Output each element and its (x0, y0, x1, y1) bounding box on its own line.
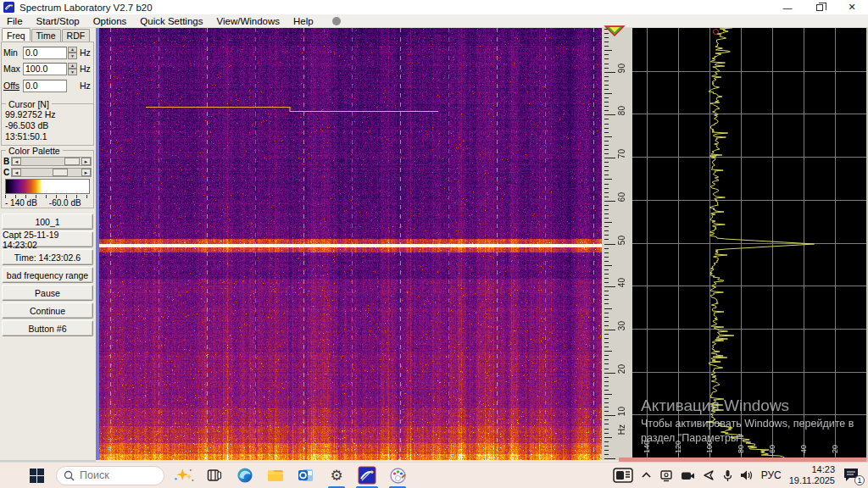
min-freq-input[interactable] (23, 47, 67, 59)
max-spinner[interactable]: ▲▼ (68, 63, 77, 75)
tray-display-button[interactable] (659, 469, 673, 482)
title-bar: Spectrum Laboratory V2.7 b20 — ✕ (0, 0, 868, 15)
clock-time: 14:23 (789, 464, 835, 475)
menu-options[interactable]: Options (86, 15, 134, 27)
contrast-label: C (3, 168, 11, 177)
ruler-tick-label: 50 (617, 236, 626, 245)
ruler-unit-label: Hz (617, 424, 626, 435)
arrow-right-icon[interactable]: ► (81, 169, 91, 176)
peak-marker-icon (713, 29, 719, 35)
ruler-tick-label: 80 (617, 106, 626, 115)
spin-down-icon[interactable]: ▼ (68, 69, 77, 75)
ruler-tick-label: 10 (617, 407, 626, 416)
offs-unit: Hz (80, 80, 91, 91)
tray-camera-button[interactable] (681, 470, 695, 481)
cursor-frequency: 99.92752 Hz (2, 109, 93, 120)
notification-center-button[interactable]: 1 (843, 467, 861, 484)
paint-icon (389, 467, 407, 485)
offs-input[interactable] (23, 80, 67, 92)
slider-thumb[interactable] (53, 169, 68, 176)
min-spinner[interactable]: ▲▼ (68, 47, 77, 59)
edge-icon (236, 467, 253, 484)
brightness-slider[interactable]: ◄ ► (11, 157, 92, 166)
db-tick-label: -60 (768, 445, 776, 456)
waterfall-spectrogram[interactable] (99, 28, 602, 460)
spectrum-graph[interactable] (632, 28, 866, 458)
ruler-tick-label: 40 (617, 278, 626, 287)
arrow-left-icon[interactable]: ◄ (12, 158, 21, 165)
restore-button[interactable] (804, 0, 836, 14)
paint-button[interactable] (387, 464, 409, 486)
spectrum-graph-panel: -140-120-100-80-60-40-20 Активация Windo… (632, 28, 868, 458)
db-tick-label: -100 (705, 441, 714, 456)
outlook-button[interactable] (295, 464, 317, 486)
brightness-label: B (3, 157, 11, 166)
menu-file[interactable]: File (0, 15, 30, 27)
arrow-right-icon[interactable]: ► (81, 158, 91, 165)
contrast-slider[interactable]: ◄ ► (11, 168, 92, 177)
restore-icon (816, 4, 823, 11)
max-freq-input[interactable] (23, 63, 67, 75)
menu-view-windows[interactable]: View/Windows (209, 15, 287, 27)
app-icon (3, 2, 14, 13)
button-6[interactable]: Button #6 (2, 320, 93, 336)
max-label: Max (3, 64, 23, 74)
menu-start-stop[interactable]: Start/Stop (30, 15, 86, 27)
arrow-left-icon[interactable]: ◄ (12, 169, 21, 176)
language-indicator[interactable]: РУС (761, 469, 782, 481)
search-input[interactable] (80, 469, 147, 481)
cast-arrow-icon (703, 469, 715, 481)
notification-badge: 1 (854, 475, 865, 485)
slider-thumb[interactable] (64, 158, 80, 165)
button-time[interactable]: Time: 14:23:02.6 (2, 249, 93, 265)
tray-cast-button[interactable] (703, 469, 715, 481)
desktop: Spectrum Laboratory V2.7 b20 — ✕ File St… (0, 0, 868, 488)
button-pause[interactable]: Pause (2, 285, 93, 301)
db-tick-label: -20 (831, 445, 839, 456)
tab-rdf[interactable]: RDF (62, 29, 91, 42)
db-tick-label: -140 (643, 441, 651, 456)
palette-min-db: - 140 dB (5, 198, 37, 208)
ruler-tick-label: 70 (617, 149, 626, 158)
spin-down-icon[interactable]: ▼ (68, 53, 77, 59)
close-button[interactable]: ✕ (836, 0, 868, 14)
tray-volume-button[interactable] (740, 469, 754, 481)
hidden-icons-button[interactable] (641, 471, 652, 480)
widgets-icon (613, 468, 633, 483)
file-explorer-button[interactable] (264, 464, 287, 486)
edge-button[interactable] (234, 464, 256, 486)
tray-microphone-button[interactable] (723, 469, 732, 482)
button-capture[interactable]: Capt 25-11-19 14:23:02 (2, 231, 93, 247)
button-bad-frequency-range[interactable]: bad frequency range (2, 267, 93, 283)
settings-button[interactable]: ⚙ (326, 464, 348, 486)
taskbar-search[interactable] (56, 466, 164, 485)
menu-help[interactable]: Help (287, 15, 320, 27)
spectrum-lab-button[interactable] (356, 464, 378, 486)
microphone-icon (723, 469, 732, 482)
status-led (332, 17, 341, 25)
offs-label[interactable]: Offs (3, 80, 23, 91)
gear-icon: ⚙ (330, 469, 342, 483)
ruler-tick-label: 20 (617, 364, 626, 374)
min-unit: Hz (80, 47, 91, 58)
task-view-button[interactable] (203, 464, 225, 486)
spectrum-lab-icon (358, 466, 376, 485)
programmable-buttons: 100_1 Capt 25-11-19 14:23:02 Time: 14:23… (2, 214, 93, 338)
button-100-1[interactable]: 100_1 (2, 214, 93, 230)
minimize-button[interactable]: — (771, 0, 804, 14)
start-button[interactable] (25, 464, 47, 486)
widgets-button[interactable] (613, 468, 633, 483)
spin-up-icon[interactable]: ▲ (68, 63, 77, 69)
taskbar: ⚙ (0, 462, 868, 488)
tab-freq[interactable]: Freq (2, 28, 31, 41)
spin-up-icon[interactable]: ▲ (68, 47, 77, 53)
max-unit: Hz (80, 64, 91, 74)
tab-time[interactable]: Time (31, 29, 61, 42)
windows-logo-icon (30, 469, 44, 483)
copilot-sparkles-icon[interactable] (173, 464, 195, 486)
taskbar-clock[interactable]: 14:23 19.11.2025 (789, 464, 835, 486)
menu-quick-settings[interactable]: Quick Settings (133, 15, 209, 27)
frequency-ruler[interactable]: 908070605040302010Hz (602, 28, 632, 460)
db-tick-label: -80 (737, 445, 745, 456)
button-continue[interactable]: Continue (2, 302, 93, 319)
